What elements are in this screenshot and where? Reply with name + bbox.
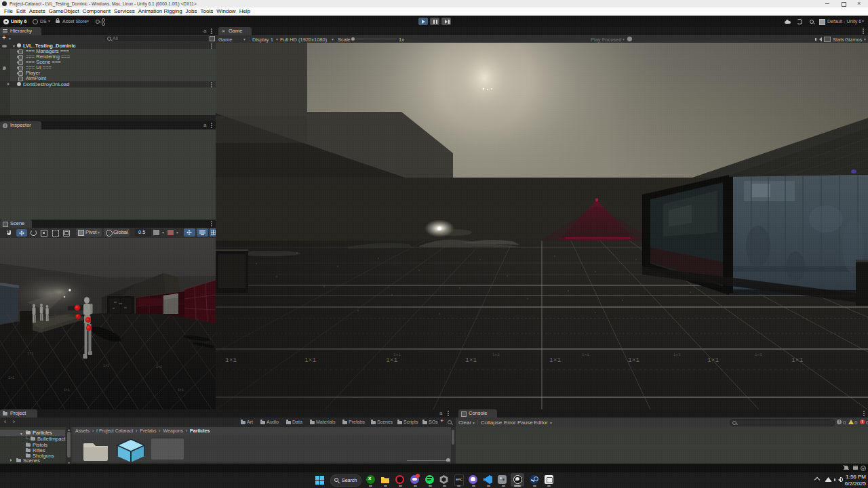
svg-text:1×1: 1×1 bbox=[225, 357, 237, 364]
svg-text:1×1: 1×1 bbox=[156, 365, 162, 369]
svg-text:1×1: 1×1 bbox=[707, 357, 719, 364]
svg-text:1×1: 1×1 bbox=[27, 352, 33, 356]
svg-text:1×1: 1×1 bbox=[492, 352, 500, 357]
svg-text:1×1: 1×1 bbox=[178, 388, 184, 392]
svg-text:1×1: 1×1 bbox=[64, 388, 70, 392]
svg-text:1×1: 1×1 bbox=[673, 352, 681, 357]
svg-text:1×1: 1×1 bbox=[582, 352, 589, 357]
svg-text:1×1: 1×1 bbox=[465, 357, 477, 364]
svg-text:1×1: 1×1 bbox=[393, 352, 401, 357]
svg-text:1×1: 1×1 bbox=[386, 357, 397, 364]
svg-text:1×1: 1×1 bbox=[103, 364, 109, 368]
svg-text:1×1: 1×1 bbox=[628, 357, 639, 364]
svg-text:1×1: 1×1 bbox=[791, 357, 803, 364]
svg-text:1×1: 1×1 bbox=[755, 352, 762, 357]
svg-text:1×1: 1×1 bbox=[8, 376, 14, 380]
svg-text:1×1: 1×1 bbox=[549, 357, 561, 364]
svg-text:1×1: 1×1 bbox=[304, 357, 316, 364]
